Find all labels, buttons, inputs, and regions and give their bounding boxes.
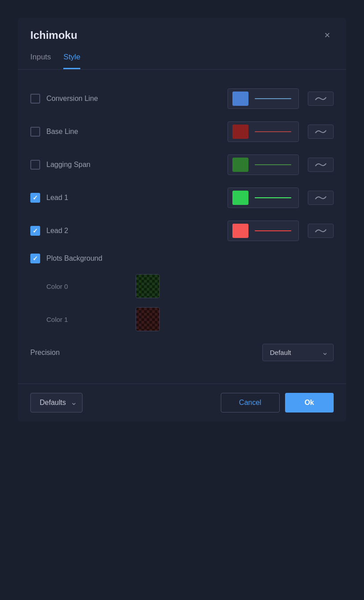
lead-2-wave-btn[interactable] <box>308 224 334 238</box>
row-precision: Precision Default 0 1 2 3 4 5 6 7 8 <box>30 336 334 369</box>
ichimoku-dialog: Ichimoku × Inputs Style Conversion Line <box>18 18 346 421</box>
base-line-checkbox[interactable] <box>30 127 40 137</box>
lead-2-preview <box>255 230 291 231</box>
defaults-wrap: Defaults <box>30 393 83 412</box>
lead-2-label: Lead 2 <box>46 227 219 235</box>
precision-select[interactable]: Default 0 1 2 3 4 5 6 7 8 <box>262 344 334 361</box>
lead-1-preview <box>255 197 291 198</box>
row-lead-2: Lead 2 <box>30 214 334 247</box>
lagging-span-preview <box>255 164 291 165</box>
conversion-line-color-btn[interactable] <box>228 88 299 109</box>
defaults-button[interactable]: Defaults <box>30 393 83 412</box>
lead-1-check-wrap: Lead 1 <box>30 193 219 203</box>
style-content: Conversion Line Base Line <box>18 70 346 380</box>
row-plots-background: Plots Background <box>30 247 334 270</box>
row-conversion-line: Conversion Line <box>30 82 334 115</box>
conversion-line-swatch <box>232 92 248 106</box>
ok-button[interactable]: Ok <box>285 393 334 412</box>
lead-2-swatch <box>232 224 248 238</box>
color-1-swatch[interactable] <box>136 307 160 331</box>
wave-icon <box>314 128 327 136</box>
row-color-0: Color 0 <box>30 270 334 303</box>
tab-style[interactable]: Style <box>63 49 80 69</box>
conversion-line-preview <box>255 98 291 99</box>
lagging-span-swatch <box>232 158 248 172</box>
wave-icon <box>314 194 327 202</box>
lagging-span-wave-btn[interactable] <box>308 158 334 172</box>
lagging-span-label: Lagging Span <box>46 161 219 169</box>
lagging-span-checkbox[interactable] <box>30 160 40 170</box>
color-0-swatch[interactable] <box>136 274 160 298</box>
wave-icon <box>314 95 327 103</box>
row-color-1: Color 1 <box>30 303 334 336</box>
lead-1-label: Lead 1 <box>46 194 219 202</box>
lagging-span-color-btn[interactable] <box>228 154 299 175</box>
row-lead-1: Lead 1 <box>30 181 334 214</box>
row-base-line: Base Line <box>30 115 334 148</box>
cancel-button[interactable]: Cancel <box>221 393 280 412</box>
base-line-wave-btn[interactable] <box>308 125 334 139</box>
lead-1-swatch <box>232 191 248 205</box>
tab-inputs[interactable]: Inputs <box>30 49 51 69</box>
lagging-span-check-wrap: Lagging Span <box>30 160 219 170</box>
wave-icon <box>314 161 327 169</box>
base-line-color-btn[interactable] <box>228 121 299 142</box>
close-button[interactable]: × <box>321 29 334 42</box>
color-1-pattern <box>136 308 159 331</box>
dialog-title: Ichimoku <box>30 29 77 42</box>
plots-background-check-wrap: Plots Background <box>30 254 334 263</box>
base-line-swatch <box>232 125 248 139</box>
footer-right: Cancel Ok <box>221 393 334 412</box>
lead-1-color-btn[interactable] <box>228 188 299 208</box>
wave-icon <box>314 227 327 235</box>
lead-2-check-wrap: Lead 2 <box>30 226 219 236</box>
precision-select-wrap: Default 0 1 2 3 4 5 6 7 8 <box>262 344 334 361</box>
dialog-footer: Defaults Cancel Ok <box>18 383 346 421</box>
precision-label: Precision <box>30 349 253 357</box>
conversion-line-check-wrap: Conversion Line <box>30 94 219 104</box>
color-0-pattern <box>136 275 159 298</box>
color-0-label: Color 0 <box>46 283 127 290</box>
plots-background-label: Plots Background <box>46 254 334 262</box>
dialog-header: Ichimoku × <box>18 18 346 49</box>
base-line-label: Base Line <box>46 128 219 136</box>
base-line-check-wrap: Base Line <box>30 127 219 137</box>
conversion-line-checkbox[interactable] <box>30 94 40 104</box>
lead-1-checkbox[interactable] <box>30 193 40 203</box>
conversion-line-wave-btn[interactable] <box>308 92 334 106</box>
lead-1-wave-btn[interactable] <box>308 191 334 205</box>
plots-background-checkbox[interactable] <box>30 254 40 263</box>
conversion-line-label: Conversion Line <box>46 95 219 103</box>
lead-2-color-btn[interactable] <box>228 221 299 241</box>
row-lagging-span: Lagging Span <box>30 148 334 181</box>
color-1-label: Color 1 <box>46 316 127 323</box>
tab-bar: Inputs Style <box>18 49 346 70</box>
base-line-preview <box>255 131 291 132</box>
lead-2-checkbox[interactable] <box>30 226 40 236</box>
